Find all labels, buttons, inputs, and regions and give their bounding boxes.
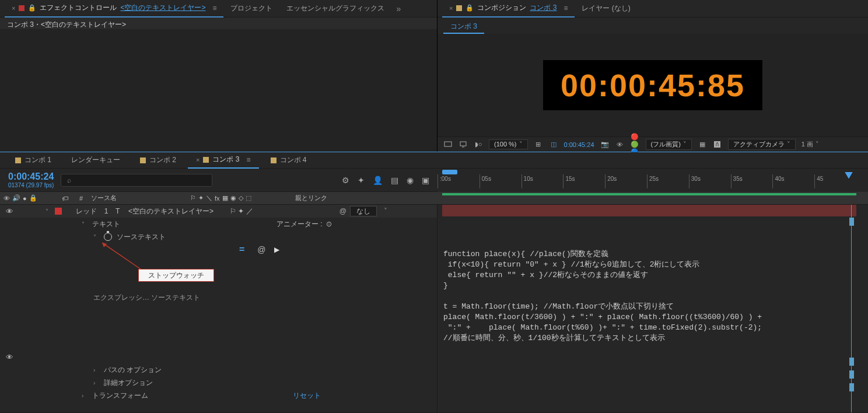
- graph-editor-icon[interactable]: ▣: [422, 176, 429, 185]
- solo-column-icon[interactable]: ●: [23, 195, 27, 202]
- transform-row[interactable]: ›トランスフォームリセット: [0, 389, 437, 402]
- show-snapshot-icon[interactable]: 👁: [615, 140, 625, 149]
- layer-name[interactable]: <空白のテキストレイヤー>: [128, 206, 214, 216]
- layer-duration-bar[interactable]: [442, 205, 856, 216]
- motion-blur-icon[interactable]: ◉: [407, 176, 414, 185]
- quality-dropdown[interactable]: (フル画質): [646, 139, 692, 150]
- roi-icon[interactable]: ◫: [549, 140, 558, 149]
- effect-controls-breadcrumb: コンポ 3・<空白のテキストレイヤー>: [0, 18, 437, 29]
- time-marker-icon[interactable]: [849, 218, 854, 226]
- ruler-tick: 35s: [731, 174, 773, 188]
- parent-dropdown[interactable]: なし: [350, 206, 377, 216]
- close-icon[interactable]: ×: [12, 5, 15, 12]
- parent-column[interactable]: 親とリンク: [292, 194, 331, 202]
- video-toggle-icon[interactable]: 👁: [6, 207, 15, 216]
- expression-graph-icon[interactable]: ▶: [274, 246, 279, 254]
- expression-enable-icon[interactable]: =: [239, 244, 244, 255]
- lock-column-icon[interactable]: 🔒: [29, 194, 37, 202]
- expression-label-row[interactable]: エクスプレッシ… ソーステキスト: [0, 291, 437, 304]
- twirl-icon[interactable]: ˅: [93, 234, 99, 240]
- ruler-tick: 20s: [605, 174, 647, 188]
- snapshot-icon[interactable]: 📷: [600, 140, 610, 149]
- lock-icon[interactable]: 🔒: [28, 4, 36, 12]
- pickwhip-icon[interactable]: @: [340, 207, 346, 215]
- stopwatch-icon[interactable]: [104, 233, 112, 241]
- zoom-dropdown[interactable]: (100 %): [489, 139, 528, 149]
- timeline-track-area[interactable]: function place(x){ //place()関数を定義 if(x<1…: [438, 205, 868, 412]
- twirl-icon[interactable]: ˅: [82, 221, 88, 228]
- views-dropdown[interactable]: 1 画: [802, 140, 819, 149]
- frame-blend-icon[interactable]: ▤: [391, 176, 398, 185]
- layer-search-input[interactable]: ⌕: [61, 174, 212, 187]
- comp-flowchart-icon[interactable]: ⚙: [342, 176, 349, 185]
- time-marker-icon[interactable]: [849, 370, 854, 379]
- layer-row[interactable]: 👁 ˅ レッド 1 T <空白のテキストレイヤー> ⚐ ✦ ／ @ なし ˅: [0, 205, 437, 218]
- tl-tab-comp1[interactable]: コンポ 1: [7, 152, 60, 169]
- expression-controls-row: = @ ▶: [0, 243, 437, 256]
- lock-icon[interactable]: 🔒: [466, 4, 474, 12]
- label-color[interactable]: [55, 208, 62, 215]
- panel-menu-icon[interactable]: ≡: [564, 4, 568, 12]
- ruler-tick: 30s: [689, 174, 731, 188]
- monitor-icon[interactable]: [459, 140, 468, 149]
- tab-effect-controls[interactable]: × 🔒 エフェクトコントロール <空白のテキストレイヤー> ≡: [5, 0, 223, 18]
- shy-icon[interactable]: 👤: [373, 176, 383, 185]
- channel-icon[interactable]: 🔴🟢🔵: [631, 140, 640, 149]
- time-ruler[interactable]: :00s05s10s15s20s25s30s35s40s45: [438, 169, 868, 192]
- tab-layer[interactable]: レイヤー (なし): [575, 0, 637, 18]
- screen-icon[interactable]: [443, 140, 453, 149]
- source-column[interactable]: ソース名: [88, 194, 187, 202]
- mask-icon[interactable]: ◗○: [474, 140, 483, 149]
- comp-subtab[interactable]: コンポ 3: [443, 20, 484, 34]
- svg-rect-1: [460, 142, 466, 146]
- effect-controls-body: [0, 29, 437, 152]
- animator-add-icon[interactable]: ⊙: [326, 220, 332, 228]
- text-layer-icon: T: [116, 207, 124, 215]
- panel-menu-icon[interactable]: ≡: [212, 4, 216, 12]
- expression-editor[interactable]: function place(x){ //place()関数を定義 if(x<1…: [443, 249, 856, 344]
- current-time[interactable]: 0:00:45:24 01374 (29.97 fps): [8, 172, 54, 188]
- comp-subtab-strip: コンポ 3: [438, 20, 868, 34]
- 3d-icon[interactable]: 🅰: [713, 140, 722, 149]
- tl-tab-comp2[interactable]: コンポ 2: [132, 152, 184, 169]
- tl-tab-comp3[interactable]: ×コンポ 3≡: [188, 152, 258, 169]
- color-swatch: [19, 5, 24, 11]
- tab-composition[interactable]: × 🔒 コンポジション コンポ 3 ≡: [442, 0, 575, 18]
- tl-tab-comp4[interactable]: コンポ 4: [262, 152, 315, 169]
- tab-layer-link[interactable]: <空白のテキストレイヤー>: [120, 3, 205, 13]
- tl-tab-renderqueue[interactable]: レンダーキュー: [63, 152, 128, 169]
- tab-comp-link[interactable]: コンポ 3: [530, 3, 556, 13]
- label-column-icon[interactable]: 🏷: [62, 195, 68, 202]
- viewer-time[interactable]: 0:00:45:24: [564, 141, 594, 148]
- advanced-options-row[interactable]: ›詳細オプション: [0, 376, 437, 389]
- time-marker-icon[interactable]: [849, 383, 854, 391]
- tab-label: コンポジション: [477, 3, 526, 13]
- ruler-tick: :00s: [438, 174, 480, 188]
- rendered-timecode-layer: 00:00:45:85: [543, 60, 762, 110]
- draft3d-icon[interactable]: ✦: [358, 176, 365, 185]
- time-navigator[interactable]: [442, 170, 457, 174]
- close-icon[interactable]: ×: [449, 5, 453, 12]
- composition-viewer[interactable]: 00:00:45:85: [438, 34, 868, 136]
- switches[interactable]: ⚐ ✦ ／: [230, 206, 253, 216]
- twirl-icon[interactable]: ˅: [46, 208, 51, 215]
- annotation-arrow: [102, 243, 149, 272]
- work-area-bar[interactable]: [442, 193, 856, 195]
- source-text-row[interactable]: ˅ ソーステキスト: [0, 230, 437, 243]
- text-group-row[interactable]: ˅ テキスト アニメーター :⊙: [0, 218, 437, 230]
- transparency-icon[interactable]: ▦: [698, 140, 707, 149]
- layer-tag: レッド: [76, 206, 97, 216]
- reset-button[interactable]: リセット: [293, 391, 321, 401]
- path-options-row[interactable]: ›パスの オプション: [0, 363, 437, 376]
- resolution-icon[interactable]: ⊞: [534, 140, 543, 149]
- number-column[interactable]: #: [76, 195, 88, 202]
- time-marker-icon[interactable]: [849, 358, 854, 366]
- overflow-chevron-icon[interactable]: »: [396, 4, 401, 13]
- camera-dropdown[interactable]: アクティブカメラ: [728, 139, 796, 150]
- tab-essential-graphics[interactable]: エッセンシャルグラフィックス: [279, 0, 391, 18]
- audio-column-icon[interactable]: 🔊: [12, 194, 20, 202]
- video-column-icon[interactable]: 👁: [4, 195, 10, 202]
- expression-pickwhip-icon[interactable]: @: [257, 245, 265, 254]
- tab-project[interactable]: プロジェクト: [223, 0, 279, 18]
- video-toggle-icon[interactable]: 👁: [6, 353, 15, 362]
